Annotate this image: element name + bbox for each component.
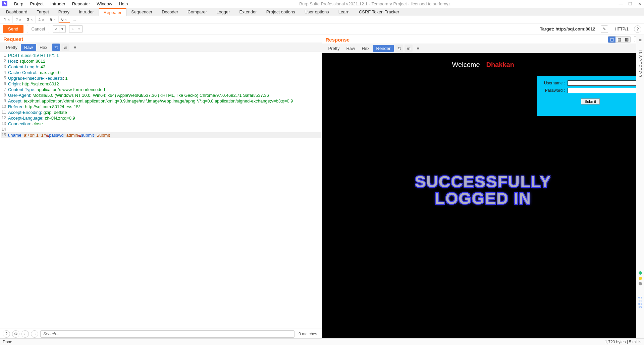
main-tab-target[interactable]: Target bbox=[32, 8, 54, 16]
render-success-text: SUCCESSFULLY LOGGED IN bbox=[402, 174, 564, 207]
editor-line[interactable]: 4Cache-Control: max-age=0 bbox=[1, 70, 321, 75]
close-tab-icon[interactable]: × bbox=[42, 18, 44, 22]
search-next-icon[interactable]: → bbox=[31, 330, 38, 338]
help-icon[interactable]: ? bbox=[634, 25, 641, 33]
editor-line[interactable]: 12Accept-Language: zh-CN,zh;q=0.9 bbox=[1, 115, 321, 121]
main-tab-comparer[interactable]: Comparer bbox=[183, 8, 212, 16]
menu-help[interactable]: Help bbox=[115, 1, 131, 7]
editor-line[interactable]: 6Origin: http://sql.com:8012 bbox=[1, 81, 321, 87]
main-tab-bar: DashboardTargetProxyIntruderRepeaterSequ… bbox=[0, 8, 644, 16]
search-prev-icon[interactable]: ← bbox=[21, 330, 29, 338]
line-text bbox=[8, 127, 321, 132]
sub-tab-1[interactable]: 1 × bbox=[1, 16, 13, 23]
search-settings-icon[interactable]: ⚙ bbox=[12, 330, 19, 338]
main-tab-repeater[interactable]: Repeater bbox=[99, 8, 126, 16]
line-text: Connection: close bbox=[8, 121, 321, 127]
close-tab-icon[interactable]: × bbox=[31, 18, 33, 22]
inspector-rail[interactable]: ≡ INSPECTOR 0.3k/s0.0k/s bbox=[636, 35, 644, 339]
editor-line[interactable]: 15uname=a'+or+1=1#&passwd=admin&submit=S… bbox=[1, 132, 321, 138]
sub-tab-4[interactable]: 4 × bbox=[36, 16, 47, 23]
close-icon[interactable]: ✕ bbox=[637, 1, 642, 6]
http-version-label[interactable]: HTTP/1 bbox=[615, 27, 629, 31]
line-number: 9 bbox=[1, 98, 8, 104]
close-tab-icon[interactable]: × bbox=[8, 18, 10, 22]
editor-line[interactable]: 10Referer: http://sql.com:8012/Less-15/ bbox=[1, 104, 321, 110]
request-menu-icon[interactable]: ≡ bbox=[71, 44, 79, 51]
edit-target-icon[interactable]: ✎ bbox=[601, 25, 608, 33]
response-view-tab-pretty[interactable]: Pretty bbox=[325, 45, 343, 52]
request-view-tab-pretty[interactable]: Pretty bbox=[3, 44, 21, 51]
history-back-menu-button[interactable]: ▾ bbox=[59, 25, 66, 32]
editor-line[interactable]: 5Upgrade-Insecure-Requests: 1 bbox=[1, 75, 321, 81]
editor-line[interactable]: 7Content-Type: application/x-www-form-ur… bbox=[1, 87, 321, 92]
response-view-tab-render[interactable]: Render bbox=[373, 45, 394, 52]
sub-tab-more[interactable]: ... bbox=[70, 16, 79, 23]
main-tab-learn[interactable]: Learn bbox=[334, 8, 354, 16]
menu-burp[interactable]: Burp bbox=[11, 1, 26, 7]
editor-line[interactable]: 13Connection: close bbox=[1, 121, 321, 127]
response-view-tab-raw[interactable]: Raw bbox=[343, 45, 358, 52]
inspector-toggle-icon[interactable]: ≡ bbox=[639, 38, 641, 43]
editor-line[interactable]: 11Accept-Encoding: gzip, deflate bbox=[1, 110, 321, 115]
main-tab-logger[interactable]: Logger bbox=[212, 8, 234, 16]
sub-tab-6[interactable]: 6 × bbox=[59, 16, 70, 23]
menu-intruder[interactable]: Intruder bbox=[47, 1, 69, 7]
close-tab-icon[interactable]: × bbox=[65, 17, 67, 21]
newline-icon[interactable]: \n bbox=[61, 44, 69, 51]
request-actions-icon[interactable]: ⇆ bbox=[52, 44, 60, 51]
main-tab-dashboard[interactable]: Dashboard bbox=[1, 8, 32, 16]
send-button[interactable]: Send bbox=[3, 25, 23, 33]
main-tab-csrf-token-tracker[interactable]: CSRF Token Tracker bbox=[354, 8, 404, 16]
history-forward-button[interactable]: > bbox=[69, 25, 76, 32]
sub-tab-3[interactable]: 3 × bbox=[24, 16, 36, 23]
main-tab-proxy[interactable]: Proxy bbox=[54, 8, 74, 16]
response-render-frame[interactable]: Welcome Dhakkan Username : Password : Su… bbox=[322, 53, 644, 339]
username-field[interactable] bbox=[568, 80, 640, 86]
editor-line[interactable]: 1POST /Less-15/ HTTP/1.1 bbox=[1, 53, 321, 58]
request-view-tab-hex[interactable]: Hex bbox=[36, 44, 51, 51]
layout-columns-icon[interactable]: ◫ bbox=[608, 37, 615, 43]
main-tab-intruder[interactable]: Intruder bbox=[74, 8, 99, 16]
menu-window[interactable]: Window bbox=[93, 1, 115, 7]
sub-tab-2[interactable]: 2 × bbox=[13, 16, 24, 23]
sub-tab-5[interactable]: 5 × bbox=[47, 16, 59, 23]
response-menu-icon[interactable]: ≡ bbox=[414, 45, 422, 52]
request-view-tab-raw[interactable]: Raw bbox=[21, 44, 36, 51]
layout-single-icon[interactable]: ▦ bbox=[623, 37, 630, 43]
response-view-tab-hex[interactable]: Hex bbox=[358, 45, 373, 52]
main-tab-decoder[interactable]: Decoder bbox=[157, 8, 183, 16]
editor-line[interactable]: 3Content-Length: 43 bbox=[1, 64, 321, 70]
request-view-tabs: PrettyRawHex⇆\n≡ bbox=[0, 43, 322, 52]
request-editor[interactable]: 1POST /Less-15/ HTTP/1.12Host: sql.com:8… bbox=[0, 52, 322, 329]
minimize-icon[interactable]: — bbox=[619, 1, 623, 6]
main-tab-sequencer[interactable]: Sequencer bbox=[126, 8, 157, 16]
main-tab-project-options[interactable]: Project options bbox=[262, 8, 300, 16]
main-tab-user-options[interactable]: User options bbox=[300, 8, 334, 16]
editor-line[interactable]: 2Host: sql.com:8012 bbox=[1, 58, 321, 64]
history-forward-menu-button[interactable]: ▾ bbox=[76, 25, 83, 32]
newline-icon[interactable]: \n bbox=[405, 45, 413, 52]
search-input[interactable] bbox=[40, 330, 294, 338]
editor-line[interactable]: 14 bbox=[1, 127, 321, 132]
close-tab-icon[interactable]: × bbox=[19, 18, 21, 22]
layout-toggle[interactable]: ◫ ▤ ▦ bbox=[608, 36, 631, 43]
username-label: Username : bbox=[541, 81, 568, 85]
render-submit-button[interactable]: Submit bbox=[581, 98, 600, 105]
maximize-icon[interactable]: ☐ bbox=[628, 1, 633, 6]
search-help-icon[interactable]: ? bbox=[3, 330, 10, 338]
line-text: Cache-Control: max-age=0 bbox=[8, 70, 321, 75]
history-back-button[interactable]: < bbox=[53, 25, 59, 32]
main-tab-extender[interactable]: Extender bbox=[235, 8, 262, 16]
rail-activity-dots bbox=[639, 271, 642, 285]
response-actions-icon[interactable]: ⇆ bbox=[395, 45, 403, 52]
layout-rows-icon[interactable]: ▤ bbox=[615, 37, 623, 43]
menu-project[interactable]: Project bbox=[26, 1, 47, 7]
editor-line[interactable]: 9Accept: text/html,application/xhtml+xml… bbox=[1, 98, 321, 104]
cancel-button[interactable]: Cancel bbox=[27, 25, 49, 33]
activity-dot-green-icon bbox=[639, 271, 642, 275]
close-tab-icon[interactable]: × bbox=[53, 18, 55, 22]
editor-line[interactable]: 8User-Agent: Mozilla/5.0 (Windows NT 10.… bbox=[1, 92, 321, 98]
request-header: Request bbox=[0, 35, 322, 43]
password-field[interactable] bbox=[568, 88, 640, 93]
menu-repeater[interactable]: Repeater bbox=[69, 1, 93, 7]
